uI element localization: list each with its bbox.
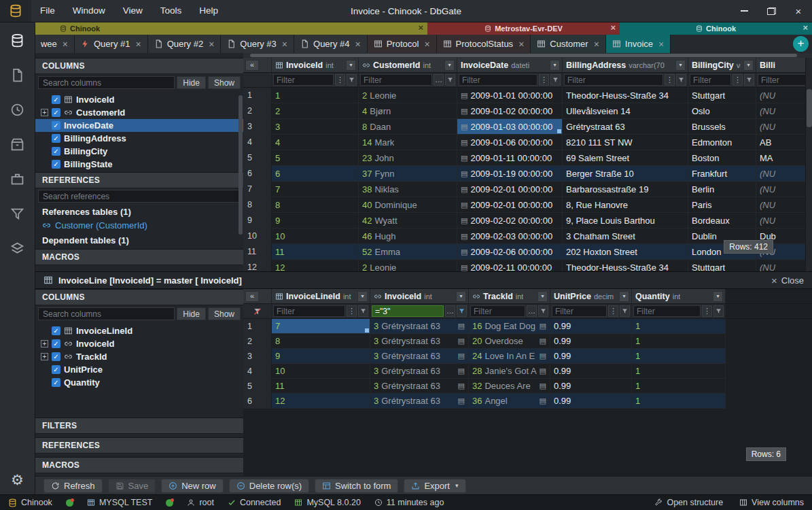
cell-customerid[interactable]: 2Leonie [359, 88, 457, 103]
cell-invoiceid[interactable]: 12 [272, 260, 359, 271]
sidebar-apps-icon[interactable] [10, 172, 24, 186]
filter-input-customerid[interactable] [360, 74, 432, 86]
column-header-customerid[interactable]: CustomerIdint▾ [359, 58, 457, 72]
filter-options-icon[interactable]: ⋮ [335, 74, 345, 86]
cell-invoiceid[interactable]: 9 [272, 213, 359, 228]
column-header-trackid[interactable]: TrackIdint▾ [469, 289, 550, 303]
cell-invoiceid[interactable]: 3Grétrystraat 63▤ [370, 334, 469, 348]
column-header-invoicedate[interactable]: InvoiceDatedateti▾ [457, 58, 563, 72]
row-number[interactable]: 7 [243, 182, 272, 197]
filter-options-icon[interactable]: ⋮ [608, 305, 618, 317]
cell-customerid[interactable]: 42Wyatt [359, 213, 457, 228]
filter-funnel-button[interactable] [550, 74, 561, 86]
close-icon[interactable]: × [135, 39, 141, 50]
cell-billingaddress[interactable]: 8210 111 ST NW [563, 135, 688, 150]
filter-funnel-button[interactable] [358, 305, 368, 317]
columns-section-header[interactable]: COLUMNS [35, 58, 243, 74]
cell-unitprice[interactable]: 0.99 [550, 394, 632, 408]
cell-invoicedate[interactable]: ▤2009-01-03 00:00:00 [457, 119, 563, 134]
row-number[interactable]: 3 [243, 119, 272, 134]
show-button[interactable]: Show [208, 307, 241, 320]
cell-invoiceid[interactable]: 3 [272, 119, 359, 134]
filter-input-invoicelineid[interactable] [273, 305, 345, 317]
switch-to-form-button[interactable]: Switch to form [315, 479, 398, 493]
cell-invoiceid[interactable]: 3Grétrystraat 63▤ [370, 364, 469, 378]
menu-help[interactable]: Help [190, 0, 227, 22]
close-button[interactable]: × [785, 0, 812, 22]
expand-icon[interactable]: + [41, 353, 48, 360]
cell-billingstate[interactable]: (NU [756, 197, 812, 212]
row-number[interactable]: 10 [243, 228, 272, 243]
column-tree-item-trackid[interactable]: +✓TrackId [35, 350, 243, 363]
menu-file[interactable]: File [31, 0, 64, 22]
column-tree-item-customerid[interactable]: +✓CustomerId [35, 106, 243, 119]
cell-invoiceid[interactable]: 5 [272, 150, 359, 165]
filter-funnel-button[interactable] [457, 305, 467, 317]
column-tree-item-billingcity[interactable]: ✓BillingCity [35, 145, 243, 158]
close-icon[interactable]: × [594, 39, 599, 50]
cell-unitprice[interactable]: 0.99 [550, 349, 632, 363]
cell-customerid[interactable]: 14Mark [359, 135, 457, 150]
settings-gear-icon[interactable]: ⚙ [11, 473, 24, 488]
checkbox[interactable]: ✓ [52, 134, 60, 143]
search-columns-input[interactable] [38, 307, 175, 320]
cell-invoiceid[interactable]: 10 [272, 228, 359, 243]
hide-button[interactable]: Hide [177, 76, 206, 89]
cell-quantity[interactable]: 1 [632, 394, 726, 408]
cell-invoicedate[interactable]: ▤2009-01-01 00:00:00 [457, 88, 563, 103]
column-menu-button[interactable]: ▾ [743, 60, 754, 71]
tab-protocolstatus[interactable]: ProtocolStatus× [437, 35, 531, 53]
tab-customer[interactable]: Customer× [531, 35, 606, 53]
tab-query-1[interactable]: Query #1× [75, 35, 148, 53]
cell-invoiceid[interactable]: 4 [272, 135, 359, 150]
cell-billingaddress[interactable]: Grétrystraat 63 [563, 119, 688, 134]
cell-customerid[interactable]: 37Fynn [359, 166, 457, 181]
lookup-dialog-button[interactable]: … [445, 305, 455, 317]
tab-group-chinook[interactable]: Chinook× [35, 22, 427, 35]
cell-billingcity[interactable]: Edmonton [688, 135, 756, 150]
scrollbar-thumb[interactable] [807, 89, 812, 127]
filter-options-icon[interactable]: ⋮ [665, 74, 675, 86]
filter-funnel-button[interactable] [445, 74, 455, 86]
cell-billingaddress[interactable]: 3 Chatham Street [563, 228, 688, 243]
cell-invoicedate[interactable]: ▤2009-02-01 00:00:00 [457, 182, 563, 197]
row-number[interactable]: 2 [243, 103, 272, 118]
column-menu-button[interactable]: ▾ [713, 291, 723, 302]
tab-protocol[interactable]: Protocol× [368, 35, 437, 53]
scrollbar-thumb[interactable] [250, 54, 797, 57]
cell-billingaddress[interactable]: 8, Rue Hanovre [563, 197, 688, 212]
cell-customerid[interactable]: 38Niklas [359, 182, 457, 197]
cell-unitprice[interactable]: 0.99 [550, 364, 632, 378]
cell-quantity[interactable]: 1 [632, 379, 726, 393]
filter-options-icon[interactable]: ⋮ [539, 74, 549, 86]
cell-trackid[interactable]: 32Deuces Are▤ [469, 379, 550, 393]
close-icon[interactable]: × [658, 39, 664, 50]
row-number[interactable]: 1 [243, 319, 272, 333]
cell-billingaddress[interactable]: Theodor-Heuss-Straße 34 [563, 88, 688, 103]
filter-options-icon[interactable]: ⋮ [347, 305, 357, 317]
cell-unitprice[interactable]: 0.99 [550, 379, 632, 393]
cell-billingstate[interactable]: (NU [756, 182, 812, 197]
filter-input-invoicedate[interactable] [459, 74, 537, 86]
cell-billingcity[interactable]: Stuttgart [688, 88, 756, 103]
cell-trackid[interactable]: 36Angel▤ [469, 394, 550, 408]
row-number[interactable]: 8 [243, 197, 272, 212]
columns-section-header[interactable]: COLUMNS [35, 289, 243, 305]
minimize-button[interactable] [730, 0, 758, 22]
cell-billingcity[interactable]: Oslo [688, 103, 756, 118]
cell-billingaddress[interactable]: Theodor-Heuss-Straße 34 [563, 260, 688, 271]
cell-invoiceid[interactable]: 3Grétrystraat 63▤ [370, 319, 469, 333]
close-icon[interactable]: × [209, 39, 214, 50]
tab-group-metrostav-evr-dev[interactable]: Metrostav-Evr-DEV× [427, 22, 620, 35]
tab-query-2[interactable]: Query #2× [148, 35, 222, 53]
cell-billingstate[interactable]: MA [756, 150, 812, 165]
row-number[interactable]: 12 [243, 260, 272, 271]
row-number[interactable]: 11 [243, 244, 272, 259]
filter-options-icon[interactable]: ⋮ [732, 74, 743, 86]
row-number[interactable]: 4 [243, 135, 272, 150]
new-tab-button[interactable]: + [793, 36, 809, 52]
filter-input-invoiceid[interactable] [273, 74, 334, 86]
checkbox[interactable]: ✓ [52, 160, 60, 169]
search-columns-input[interactable] [38, 76, 175, 89]
menu-tools[interactable]: Tools [152, 0, 191, 22]
